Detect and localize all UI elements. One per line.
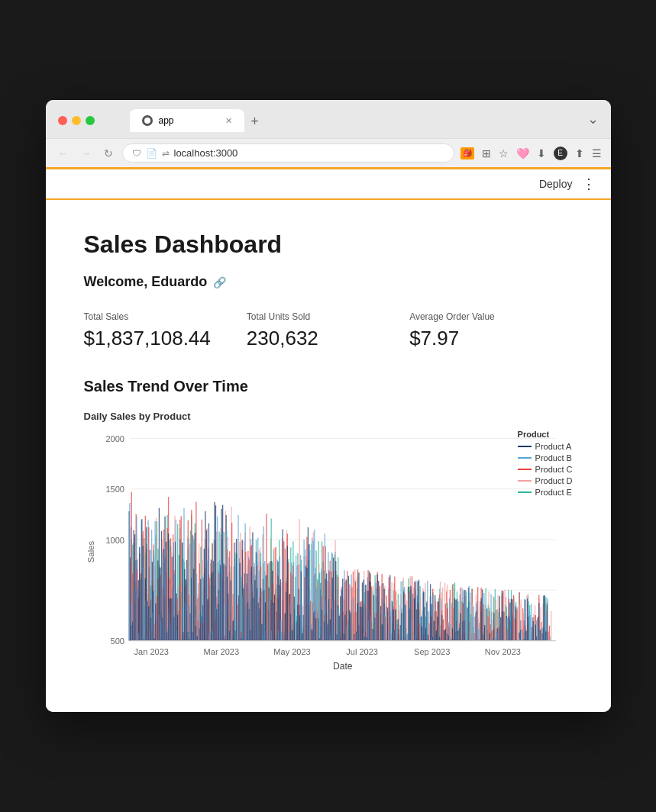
legend-item-c: Product C <box>518 465 573 474</box>
stat-total-sales: Total Sales $1,837,108.44 <box>84 311 247 350</box>
legend-color-c <box>518 469 532 470</box>
svg-text:May 2023: May 2023 <box>273 647 310 656</box>
chart-legend: Product Product A Product B Product C <box>518 430 573 499</box>
maximize-button[interactable] <box>86 116 95 125</box>
page-content: Sales Dashboard Welcome, Eduardo 🔗 Total… <box>46 200 611 712</box>
url-text: localhost:3000 <box>174 147 238 159</box>
legend-label-d: Product D <box>535 476 573 485</box>
tab-menu-icon[interactable]: ⌄ <box>587 111 599 127</box>
close-button[interactable] <box>58 116 67 125</box>
welcome-row: Welcome, Eduardo 🔗 <box>84 274 573 290</box>
welcome-text: Welcome, Eduardo <box>84 274 208 290</box>
back-button[interactable]: ← <box>55 146 72 161</box>
grid-icon[interactable]: ⊞ <box>482 147 491 160</box>
link-icon: 🔗 <box>213 276 226 288</box>
deploy-button[interactable]: Deploy <box>539 178 573 190</box>
stat-label-avg-order: Average Order Value <box>409 311 572 322</box>
stat-label-units-sold: Total Units Sold <box>247 311 409 322</box>
page-icon: 📄 <box>146 148 157 159</box>
tab-label: app <box>159 115 174 126</box>
shield-icon: 🛡 <box>132 148 141 159</box>
reload-button[interactable]: ↻ <box>101 146 116 161</box>
legend-label-e: Product E <box>535 488 572 497</box>
profile-icon[interactable]: E <box>554 147 567 160</box>
svg-text:500: 500 <box>110 636 124 646</box>
menu-icon[interactable]: ☰ <box>592 147 602 160</box>
active-tab[interactable]: app ✕ <box>130 109 244 132</box>
svg-text:Jul 2023: Jul 2023 <box>346 647 378 656</box>
more-options-button[interactable]: ⋮ <box>582 176 596 192</box>
browser-chrome: app ✕ + ⌄ ← → ↻ 🛡 📄 ⇌ localhost:3000 🎒 <box>46 100 611 169</box>
chart-container: Daily Sales by Product 2000 1500 1000 50… <box>84 411 573 674</box>
nav-bar: ← → ↻ 🛡 📄 ⇌ localhost:3000 🎒 ⊞ ☆ 🩷 ⬇ E ⬆… <box>46 138 611 167</box>
browser-toolbar: Deploy ⋮ <box>46 169 611 200</box>
download-icon[interactable]: ⬇ <box>537 147 546 160</box>
legend-color-a <box>518 446 532 447</box>
stat-value-units-sold: 230,632 <box>247 327 409 350</box>
chart-area: 2000 1500 1000 500 Sales Jan 2023 Mar 20… <box>84 430 573 674</box>
stat-label-total-sales: Total Sales <box>84 311 247 322</box>
address-bar[interactable]: 🛡 📄 ⇌ localhost:3000 <box>122 143 454 163</box>
svg-text:Mar 2023: Mar 2023 <box>203 647 239 656</box>
forward-button[interactable]: → <box>78 146 95 161</box>
svg-text:Date: Date <box>332 661 352 672</box>
stats-row: Total Sales $1,837,108.44 Total Units So… <box>84 311 573 350</box>
title-bar: app ✕ + ⌄ <box>46 100 611 138</box>
pocket-icon[interactable]: 🩷 <box>516 147 529 160</box>
legend-label-a: Product A <box>535 442 572 451</box>
legend-item-a: Product A <box>518 442 573 451</box>
svg-text:Jan 2023: Jan 2023 <box>134 647 168 656</box>
stat-avg-order: Average Order Value $7.97 <box>409 311 572 350</box>
legend-label-c: Product C <box>535 465 573 474</box>
legend-color-d <box>518 480 532 482</box>
legend-label-b: Product B <box>535 453 572 462</box>
page-title: Sales Dashboard <box>84 230 573 259</box>
new-tab-button[interactable]: + <box>246 112 264 130</box>
stat-value-total-sales: $1,837,108.44 <box>84 327 247 350</box>
share-icon[interactable]: ⬆ <box>575 147 584 160</box>
section-title: Sales Trend Over Time <box>84 378 573 395</box>
svg-text:2000: 2000 <box>105 434 124 443</box>
legend-color-b <box>518 457 532 459</box>
extensions-icon[interactable]: 🎒 <box>460 147 474 160</box>
svg-text:1500: 1500 <box>105 485 124 494</box>
nav-icons: 🎒 ⊞ ☆ 🩷 ⬇ E ⬆ ☰ <box>460 147 602 160</box>
svg-text:Nov 2023: Nov 2023 <box>484 647 520 656</box>
svg-text:Sales: Sales <box>86 540 95 562</box>
stat-value-avg-order: $7.97 <box>409 327 572 350</box>
legend-color-e <box>518 491 532 493</box>
minimize-button[interactable] <box>72 116 81 125</box>
browser-window: app ✕ + ⌄ ← → ↻ 🛡 📄 ⇌ localhost:3000 🎒 <box>46 100 611 712</box>
chart-subtitle: Daily Sales by Product <box>84 411 573 422</box>
tab-favicon <box>142 115 153 126</box>
chart-svg: 2000 1500 1000 500 Sales Jan 2023 Mar 20… <box>84 430 573 674</box>
svg-text:Sep 2023: Sep 2023 <box>414 647 450 656</box>
traffic-lights <box>58 116 95 125</box>
legend-title: Product <box>518 430 573 439</box>
bookmark-icon[interactable]: ☆ <box>499 147 509 160</box>
tab-close-icon[interactable]: ✕ <box>225 116 232 126</box>
network-icon: ⇌ <box>162 148 170 159</box>
legend-item-e: Product E <box>518 488 573 497</box>
svg-text:1000: 1000 <box>105 535 124 544</box>
legend-item-d: Product D <box>518 476 573 485</box>
stat-units-sold: Total Units Sold 230,632 <box>247 311 409 350</box>
legend-item-b: Product B <box>518 453 573 462</box>
